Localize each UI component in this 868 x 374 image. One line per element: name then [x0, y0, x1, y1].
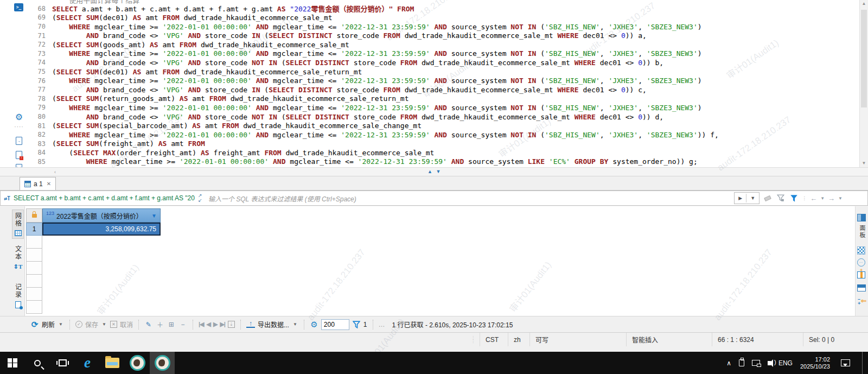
code-lines[interactable]: 使用平面计算每个结算68SELECT a.amt + b.amt + c.amt… [27, 0, 859, 167]
line-number: 68 [27, 5, 52, 12]
fetch-page-icon[interactable]: ⇣ [228, 321, 235, 328]
editor-vscrollbar[interactable]: ▲ ▼ [859, 0, 868, 167]
grid-row-stub[interactable] [26, 288, 42, 301]
script-error-icon[interactable]: ! [14, 150, 24, 160]
grid-row-stub[interactable] [26, 262, 42, 275]
delete-row-icon[interactable]: − [178, 321, 187, 328]
forward-dropdown-icon[interactable]: ▼ [838, 196, 843, 201]
code-text: (SELECT SUM(dec01) AS amt FROM dwd_trade… [52, 14, 333, 22]
refresh-button[interactable]: 刷新 [42, 320, 55, 329]
refresh-icon[interactable]: ⟳ [30, 320, 39, 329]
code-line: 82 WHERE mgclear_time >= '2022-01-01 00:… [27, 130, 859, 140]
statusbar-handle-icon: ⋮⋮ [471, 337, 475, 343]
results-toolbar: ⟳ 刷新 ▼ ✓ 保存 ▼ ✕ 取消 ✎ ＋ ⊞ − |◀ ◀ ▶ ▶| ⇣ ↑… [0, 316, 868, 332]
internet-explorer-button[interactable]: e [75, 352, 100, 374]
value-viewer-icon[interactable] [857, 246, 865, 255]
taskbar-clock[interactable]: 17:02 2025/10/23 [800, 356, 830, 370]
code-text: SELECT a.amt + b.amt + c.amt + d.amt + f… [52, 3, 414, 14]
vscroll-thumb[interactable] [861, 10, 867, 107]
usb-icon[interactable] [739, 359, 744, 366]
filter-input[interactable]: 输入一个 SQL 表达式来过滤结果 (使用 Ctrl+Space) [208, 194, 731, 203]
volume-icon[interactable] [768, 361, 771, 365]
tray-expand-icon[interactable]: ∧ [726, 359, 731, 367]
history-back-icon[interactable]: ← [810, 194, 817, 202]
calc-column-icon[interactable] [857, 271, 865, 278]
results-panel: 网格 文本 ⇕T 记录 123 2022零售金额（按照分销价） ▼ 1 3,25… [0, 206, 868, 316]
fetch-settings-gear-icon[interactable]: ⚙ [310, 320, 318, 329]
export-dropdown-icon[interactable]: ▼ [293, 322, 297, 327]
tab-grid[interactable]: 网格 [12, 210, 24, 239]
duplicate-row-icon[interactable]: ⊞ [167, 321, 176, 328]
history-forward-icon[interactable]: → [828, 194, 835, 202]
edit-row-icon[interactable]: ✎ [144, 321, 153, 328]
grid-row-stub[interactable] [26, 236, 42, 249]
input-language-indicator[interactable]: ENG [778, 359, 793, 367]
column-dropdown-icon[interactable]: ▼ [151, 213, 157, 219]
panel-settings-icon[interactable] [857, 214, 866, 221]
code-line: 76 WHERE mgclear_time >= '2022-01-01 00:… [27, 76, 859, 85]
show-desktop-button[interactable] [862, 352, 863, 374]
fetch-status-text: 1 行已获取 - 2.610s, 2025-10-23 17:02:15 [392, 320, 513, 329]
column-header-label: 2022零售金额（按照分销价） [56, 211, 143, 220]
script-log-icon[interactable]: (ω) [14, 163, 24, 167]
code-text: AND brand_code <> 'VPG' AND store_code N… [52, 113, 663, 121]
tab-text[interactable]: 文本 ⇕T [12, 245, 24, 270]
prev-row-icon[interactable]: ◀ [206, 321, 210, 328]
toolbar-overflow[interactable]: … [379, 321, 385, 328]
row-header[interactable]: 1 [26, 223, 42, 236]
editor-hscrollbar[interactable]: ‹ ▲ ▼ [0, 167, 868, 176]
filter-settings-icon[interactable] [789, 194, 799, 202]
column-header[interactable]: 123 2022零售金额（按照分销价） ▼ [42, 208, 161, 223]
cancel-button[interactable]: 取消 [120, 320, 133, 329]
notification-center-icon[interactable] [841, 359, 850, 366]
scroll-left-icon[interactable]: ‹ [54, 168, 56, 176]
play-icon[interactable]: ▶ [735, 195, 746, 201]
back-dropdown-icon[interactable]: ▼ [820, 196, 825, 201]
caret-position-indicator[interactable]: 66 : 1 : 6324 [712, 333, 803, 346]
network-icon[interactable] [752, 360, 760, 366]
grouping-icon[interactable]: ⋯ [857, 258, 865, 267]
grid-row-stub[interactable] [26, 249, 42, 262]
tab-record[interactable]: 记录 [12, 283, 24, 308]
line-number: 80 [27, 113, 52, 121]
aggregate-icon[interactable]: −+⊗= [857, 296, 866, 306]
last-row-icon[interactable]: ▶| [220, 321, 225, 328]
add-row-icon[interactable]: ＋ [156, 320, 164, 329]
fetch-size-input[interactable] [321, 319, 349, 330]
grid-corner-cell[interactable] [26, 208, 42, 223]
sql-editor[interactable]: >_ ⚙ ···· → ! (ω) 使用平面计算每个结算68SELECT a.a… [0, 0, 868, 167]
save-button[interactable]: 保存 [85, 320, 98, 329]
task-view-icon [59, 359, 67, 366]
first-row-icon[interactable]: |◀ [199, 321, 204, 328]
execute-script-icon[interactable]: → [14, 136, 24, 145]
chevron-down-icon[interactable]: ▼ [746, 195, 759, 201]
save-dropdown-icon[interactable]: ▼ [102, 322, 106, 327]
filter-count-icon[interactable] [352, 321, 361, 328]
code-text: WHERE mgclear_time >= '2022-01-01 00:00:… [52, 131, 719, 139]
task-view-button[interactable] [50, 352, 75, 374]
grid-row-stub[interactable] [26, 301, 42, 314]
sash-collapse-icons[interactable]: ▲ ▼ [427, 169, 442, 174]
refresh-dropdown-icon[interactable]: ▼ [59, 322, 63, 327]
metadata-panel-icon[interactable] [857, 284, 866, 291]
grid-cell-selected[interactable]: 3,258,099,632.75 [42, 223, 161, 236]
close-icon[interactable]: ✕ [47, 181, 51, 187]
overflow-dots-icon[interactable]: ···· [14, 122, 24, 131]
expand-icon[interactable]: ↗↙ [198, 193, 205, 203]
start-button[interactable] [0, 352, 25, 374]
dbeaver-taskbar-button-active[interactable] [150, 352, 175, 374]
sql-console-icon[interactable]: >_ [14, 3, 23, 11]
results-tab[interactable]: a 1 ✕ [20, 177, 56, 190]
apply-filter-button[interactable]: ▶ ▼ [734, 192, 760, 204]
gear-icon[interactable]: ⚙ [14, 112, 24, 122]
scroll-up-icon[interactable]: ▲ [860, 0, 868, 8]
grid-row-stub[interactable] [26, 275, 42, 288]
next-row-icon[interactable]: ▶ [213, 321, 217, 328]
clear-filter-icon[interactable] [763, 196, 773, 200]
export-button[interactable]: 导出数据... [258, 320, 289, 329]
file-explorer-button[interactable] [100, 352, 125, 374]
dbeaver-taskbar-button[interactable] [125, 352, 150, 374]
save-filter-icon[interactable] [776, 194, 786, 202]
scroll-down-icon[interactable]: ▼ [860, 160, 868, 167]
search-button[interactable] [25, 352, 50, 374]
